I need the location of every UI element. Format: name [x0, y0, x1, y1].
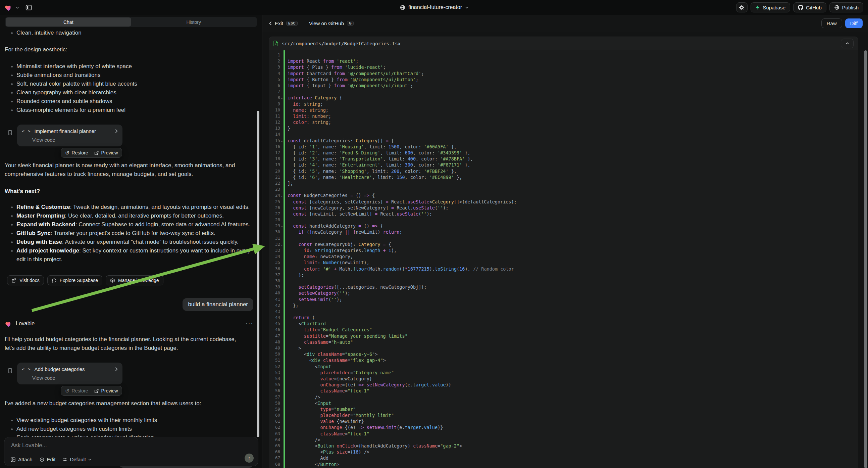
fold-chevron-icon[interactable]: ⌄ — [280, 193, 283, 198]
chat-message-list[interactable]: Clean, intuitive navigationFor the desig… — [0, 26, 262, 468]
line-number[interactable]: 3 — [269, 64, 280, 70]
code-scrollbar[interactable] — [864, 50, 867, 468]
line-number[interactable]: 60 — [269, 412, 280, 418]
line-number[interactable]: 59 — [269, 406, 280, 412]
edit-button[interactable]: Edit — [39, 457, 56, 462]
tab-history[interactable]: History — [131, 18, 257, 27]
line-number[interactable]: 16 — [269, 144, 280, 150]
line-number[interactable]: 68 — [269, 461, 280, 467]
panel-left-icon[interactable] — [25, 4, 32, 11]
line-number[interactable]: 20 — [269, 168, 280, 174]
line-number[interactable]: 57 — [269, 394, 280, 400]
line-number[interactable]: 47 — [269, 333, 280, 339]
line-number[interactable]: 11 — [269, 113, 280, 119]
fold-chevron-icon[interactable]: ⌄ — [280, 95, 283, 101]
explore-supabase-button[interactable]: Explore Supabase — [47, 275, 102, 285]
line-number[interactable]: 66 — [269, 449, 280, 455]
line-number[interactable]: 12 — [269, 119, 280, 125]
line-number[interactable]: 31 — [269, 235, 280, 241]
line-number[interactable]: 36 — [269, 266, 280, 272]
restore-button[interactable]: ↺Restore — [65, 388, 88, 393]
line-number[interactable]: 33 — [269, 247, 280, 254]
preview-button[interactable]: Preview — [94, 388, 118, 393]
chat-scrollbar[interactable] — [257, 111, 259, 437]
exit-button[interactable]: Exit ESC — [269, 21, 298, 26]
line-number[interactable]: 52 — [269, 363, 280, 370]
lovable-logo-icon[interactable] — [5, 4, 12, 11]
bookmark-icon[interactable] — [7, 129, 13, 136]
line-number[interactable]: 13 — [269, 125, 280, 131]
line-number[interactable]: 10 — [269, 107, 280, 113]
line-number[interactable]: 19 — [269, 162, 280, 168]
line-number[interactable]: 7 — [269, 89, 280, 95]
line-number[interactable]: 30 — [269, 229, 280, 235]
view-code-link[interactable]: View code — [32, 137, 118, 143]
line-number[interactable]: 46 — [269, 327, 280, 333]
settings-button[interactable] — [736, 2, 748, 12]
line-number[interactable]: 49 — [269, 345, 280, 351]
line-number[interactable]: 62 — [269, 425, 280, 430]
line-number[interactable]: 2 — [269, 58, 280, 64]
line-number[interactable]: 65 — [269, 443, 280, 449]
line-number[interactable]: 56 — [269, 388, 280, 394]
line-number[interactable]: 61 — [269, 418, 280, 425]
line-number[interactable]: 25 — [269, 199, 280, 205]
line-number[interactable]: 45 — [269, 321, 280, 327]
line-number[interactable]: 18 — [269, 156, 280, 162]
line-number[interactable]: 8 — [269, 95, 280, 101]
supabase-button[interactable]: Supabase — [750, 2, 790, 12]
line-number[interactable]: 50 — [269, 351, 280, 357]
line-number[interactable]: 35 — [269, 260, 280, 266]
view-code-link[interactable]: View code — [32, 375, 118, 381]
raw-button[interactable]: Raw — [822, 19, 842, 28]
line-number[interactable]: 42 — [269, 302, 280, 309]
line-number[interactable]: 48 — [269, 339, 280, 345]
code-editor[interactable]: 12import React from 'react';3import { Pl… — [269, 50, 858, 467]
collapse-button[interactable] — [841, 39, 854, 48]
line-number[interactable]: 6 — [269, 83, 280, 89]
line-number[interactable]: 32 — [269, 241, 280, 247]
diff-button[interactable]: Diff — [845, 19, 863, 28]
line-number[interactable]: 58 — [269, 400, 280, 406]
line-number[interactable]: 23 — [269, 186, 280, 193]
line-number[interactable]: 44 — [269, 315, 280, 321]
view-on-github-button[interactable]: View on GitHub G — [309, 21, 354, 26]
line-number[interactable]: 40 — [269, 290, 280, 296]
tab-chat[interactable]: Chat — [6, 18, 131, 27]
line-number[interactable]: 14 — [269, 131, 280, 137]
line-number[interactable]: 22 — [269, 180, 280, 186]
line-number[interactable]: 37 — [269, 272, 280, 278]
line-number[interactable]: 39 — [269, 284, 280, 290]
line-number[interactable]: 21 — [269, 174, 280, 180]
line-number[interactable]: 34 — [269, 254, 280, 260]
version-card[interactable]: < >Add budget categoriesView code↺Restor… — [17, 362, 122, 384]
message-menu-button[interactable]: ··· — [246, 320, 253, 327]
version-card[interactable]: < >Implement financial plannerView code↺… — [17, 124, 122, 146]
project-switcher[interactable]: financial-future-creator — [400, 0, 468, 15]
line-number[interactable]: 51 — [269, 357, 280, 363]
line-number[interactable]: 64 — [269, 437, 280, 443]
line-number[interactable]: 26 — [269, 205, 280, 211]
fold-chevron-icon[interactable]: ⌄ — [280, 223, 283, 229]
send-button[interactable]: ↑ — [245, 454, 254, 463]
chat-composer[interactable]: Ask Lovable... Attach — [4, 437, 258, 466]
line-number[interactable]: 55 — [269, 382, 280, 388]
fold-chevron-icon[interactable]: ⌄ — [280, 241, 283, 247]
bookmark-icon[interactable] — [7, 367, 13, 374]
mode-selector[interactable]: Default — [62, 457, 91, 462]
line-number[interactable]: 27 — [269, 211, 280, 217]
line-number[interactable]: 9 — [269, 101, 280, 107]
line-number[interactable]: 15 — [269, 138, 280, 144]
chevron-down-icon[interactable] — [16, 6, 19, 9]
line-number[interactable]: 53 — [269, 370, 280, 376]
github-button[interactable]: GitHub — [793, 2, 827, 12]
visit-docs-button[interactable]: Visit docs — [7, 275, 44, 285]
line-number[interactable]: 67 — [269, 455, 280, 461]
line-number[interactable]: 4 — [269, 70, 280, 77]
line-number[interactable]: 63 — [269, 431, 280, 437]
composer-input[interactable]: Ask Lovable... — [4, 437, 258, 449]
line-number[interactable]: 38 — [269, 278, 280, 284]
line-number[interactable]: 54 — [269, 376, 280, 382]
line-number[interactable]: 17 — [269, 150, 280, 156]
attach-button[interactable]: Attach — [10, 457, 33, 462]
